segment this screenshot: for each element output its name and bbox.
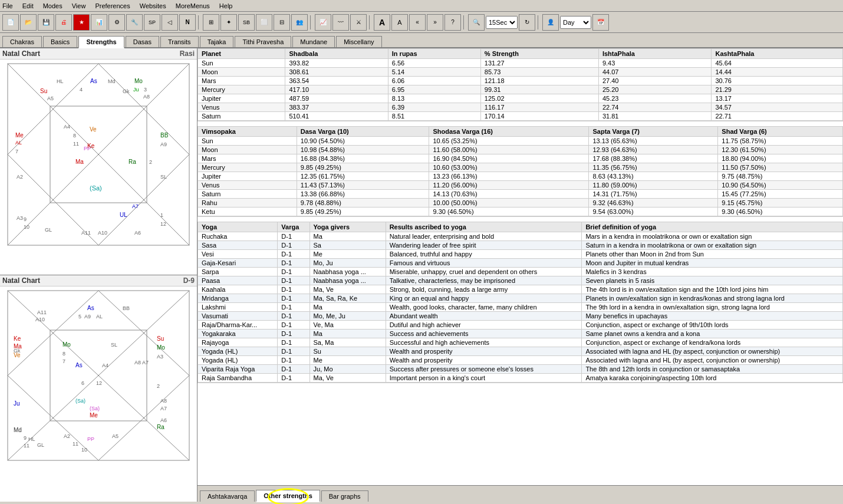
yoga-cell: D-1: [278, 330, 309, 338]
star-btn[interactable]: ✦: [220, 14, 237, 31]
svg-text:A2: A2: [64, 433, 70, 439]
menu-websites[interactable]: Websites: [140, 2, 166, 9]
menu-modes[interactable]: Modes: [43, 2, 62, 9]
table-row: Raja SambandhaD-1Ma, VeImportant person …: [198, 374, 843, 383]
next-btn[interactable]: »: [427, 14, 443, 31]
svg-text:A9: A9: [160, 141, 167, 147]
calendar-btn[interactable]: 📅: [592, 14, 609, 31]
zoom-btn[interactable]: 🔍: [468, 14, 485, 31]
yoga-cell: Natural leader, enterprising and bold: [386, 232, 582, 241]
svg-text:A7: A7: [132, 203, 139, 209]
main-layout: Natal Chart Rasi: [0, 48, 843, 502]
col-sapta: Sapta Varga (7): [589, 127, 718, 137]
col-shad: Shad Varga (6): [718, 127, 843, 137]
tab-transits[interactable]: Transits: [160, 36, 199, 47]
tab-strengths[interactable]: Strengths: [78, 36, 124, 48]
tab-tithi[interactable]: Tithi Pravesha: [235, 36, 291, 47]
print-btn[interactable]: 🖨: [55, 14, 72, 31]
right-content[interactable]: Planet Shadbala In rupas % Strength Isht…: [197, 48, 843, 485]
svg-text:Ve: Ve: [90, 126, 97, 133]
help-btn[interactable]: ?: [444, 14, 461, 31]
data2-btn[interactable]: 📊: [91, 14, 107, 31]
shadbala-cell: 6.95: [388, 85, 480, 94]
yoga-cell: D-1: [278, 285, 309, 294]
arrow-btn[interactable]: ◁: [162, 14, 178, 31]
table-row: Raja/Dharma-Kar...D-1Ve, MaDutiful and h…: [198, 321, 843, 330]
svg-text:10: 10: [81, 447, 87, 453]
svg-text:A7: A7: [160, 406, 167, 411]
tab-miscellany[interactable]: Miscellany: [336, 36, 381, 47]
shadbala-cell: 14.44: [712, 68, 843, 77]
table-row: Moon10.98 (54.88%)11.60 (58.00%)12.93 (6…: [198, 146, 843, 154]
tab-tajaka[interactable]: Tajaka: [200, 36, 234, 47]
grid-btn[interactable]: ⊞: [203, 14, 219, 31]
wave-btn[interactable]: 〰: [332, 14, 349, 31]
menu-moremenus[interactable]: MoreMenus: [176, 2, 210, 9]
interval-select[interactable]: 15Sec 30Sec 1Min: [486, 16, 518, 29]
table-row: PaasaD-1Naabhasa yoga ...Talkative, char…: [198, 276, 843, 285]
varga-cell: Mercury: [198, 163, 297, 172]
sb-btn[interactable]: SB: [238, 14, 255, 31]
svg-text:3: 3: [144, 87, 147, 93]
bottom-chart-area[interactable]: As 5 AL A11 A10 Gk Ke Ma Ve BB Su Mo: [0, 286, 197, 500]
menu-file[interactable]: File: [2, 2, 13, 9]
save-btn[interactable]: 💾: [38, 14, 54, 31]
refresh-btn[interactable]: ↻: [519, 14, 535, 31]
shadbala-cell: 30.76: [712, 77, 843, 85]
tab-dasas[interactable]: Dasas: [126, 36, 159, 47]
n-btn[interactable]: N: [179, 14, 196, 31]
shadbala-cell: 417.10: [285, 85, 388, 94]
varga-cell: Saturn: [198, 190, 297, 199]
shadbala-cell: Mars: [198, 77, 285, 85]
menu-preferences[interactable]: Preferences: [95, 2, 130, 9]
menu-edit[interactable]: Edit: [22, 2, 34, 9]
font-small-btn[interactable]: A: [391, 14, 408, 31]
shadbala-cell: 131.27: [480, 59, 598, 68]
top-chart-type: Rasi: [180, 50, 195, 58]
tab-ashtakavarqa[interactable]: Ashtakavarqa: [200, 490, 255, 502]
chart-btn[interactable]: 📈: [315, 14, 331, 31]
yoga-cell: Paasa: [198, 276, 278, 285]
varga-cell: 9.32 (46.63%): [589, 199, 718, 207]
person-btn[interactable]: 👤: [542, 14, 559, 31]
calc-btn[interactable]: ⚙: [108, 14, 125, 31]
tab-chakras[interactable]: Chakras: [2, 36, 42, 47]
tab-other-strengths[interactable]: Other strengths: [256, 490, 320, 502]
shadbala-cell: Saturn: [198, 112, 285, 121]
shadbala-cell: 22.71: [712, 112, 843, 121]
separator3: [369, 15, 371, 29]
yoga-cell: Naabhasa yoga ...: [309, 276, 386, 285]
shadbala-cell: 31.81: [598, 112, 712, 121]
menu-help[interactable]: Help: [219, 2, 233, 9]
bottom-chart-type: D-9: [183, 276, 195, 285]
prev-btn[interactable]: «: [409, 14, 426, 31]
varga-section: Vimsopaka Dasa Varga (10) Shodasa Varga …: [197, 126, 843, 217]
tab-mundane[interactable]: Mundane: [292, 36, 335, 47]
font-large-btn[interactable]: A: [374, 14, 390, 31]
top-chart-area[interactable]: As 4 Su A5 Mo 3 Ju A8 Me AL 7: [0, 60, 197, 273]
open-btn[interactable]: 📂: [20, 14, 37, 31]
col-definition: Brief definition of yoga: [582, 222, 843, 232]
tab-bar-graphs[interactable]: Bar graphs: [321, 490, 368, 502]
col-planet: Planet: [198, 49, 285, 59]
grid2-btn[interactable]: ⊟: [274, 14, 290, 31]
new-btn[interactable]: 📄: [2, 14, 19, 31]
svg-text:A3: A3: [157, 354, 163, 360]
table-row: MridangaD-1Ma, Sa, Ra, KeKing or an equa…: [198, 294, 843, 303]
table-row: VasumatiD-1Mo, Me, JuAbundant wealthMany…: [198, 312, 843, 321]
svg-text:A8 A7: A8 A7: [134, 360, 149, 365]
tab-basics[interactable]: Basics: [43, 36, 77, 47]
svg-text:A9: A9: [84, 314, 91, 319]
sword-btn[interactable]: ⚔: [350, 14, 367, 31]
tools-btn[interactable]: 🔧: [126, 14, 143, 31]
menu-view[interactable]: View: [72, 2, 86, 9]
svg-text:8: 8: [73, 133, 76, 139]
shadbala-table: Planet Shadbala In rupas % Strength Isht…: [197, 48, 843, 121]
data-btn[interactable]: ★: [73, 14, 90, 31]
people-btn[interactable]: 👥: [291, 14, 308, 31]
sq-btn[interactable]: ⬜: [256, 14, 272, 31]
varga-cell: 9.30 (46.50%): [429, 207, 589, 216]
day-select[interactable]: Day Week Month: [560, 16, 591, 29]
table-row: Mercury9.85 (49.25%)10.60 (53.00%)11.35 …: [198, 163, 843, 172]
sp-btn[interactable]: SP: [144, 14, 160, 31]
